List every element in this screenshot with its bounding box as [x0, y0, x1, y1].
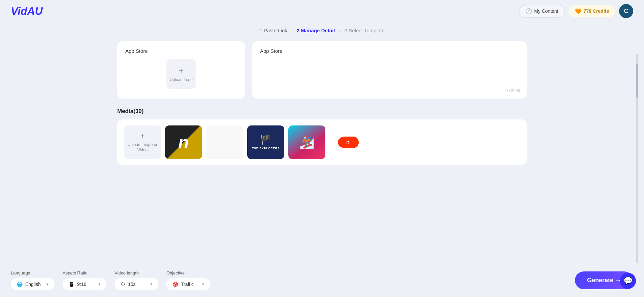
video-length-label: Video length — [115, 270, 158, 275]
right-card: App Store 9 / 3000 — [252, 41, 527, 99]
media-thumb-2[interactable] — [206, 125, 243, 159]
main-content: App Store + Upload Logo App Store 9 / 30… — [106, 41, 538, 165]
upload-media-label: Upload Image or Video — [124, 142, 161, 153]
video-length-chevron: ▾ — [150, 282, 152, 287]
objective-label: Objective — [166, 270, 210, 275]
language-chevron: ▾ — [46, 282, 49, 287]
objective-value: Traffic — [181, 282, 194, 287]
clock-icon: 🕐 — [525, 8, 532, 14]
objective-select[interactable]: 🎯 Traffic ▾ — [166, 278, 210, 290]
media-thumb-doordash[interactable]: D — [329, 125, 366, 159]
upload-logo-label: Upload Logo — [170, 77, 193, 82]
breadcrumb-step2: 2 Manage Detail — [297, 28, 335, 33]
plus-icon: + — [179, 66, 184, 75]
language-label: Language — [11, 270, 55, 275]
upload-plus-icon: + — [140, 132, 145, 140]
upload-logo-button[interactable]: + Upload Logo — [166, 59, 196, 89]
media-thumb-1[interactable]: n — [165, 125, 202, 159]
media-thumb-explorers[interactable]: 🏴 THE EXPLORERS — [247, 125, 284, 159]
left-card: App Store + Upload Logo — [117, 41, 245, 99]
heart-icon: 🧡 — [575, 8, 582, 14]
right-card-label: App Store — [260, 48, 519, 54]
video-length-select[interactable]: ⏱ 15s ▾ — [115, 278, 158, 290]
breadcrumb-step1: 1 Paste Link — [259, 28, 287, 33]
language-group: Language 🌐 English ▾ — [11, 270, 55, 290]
phone-icon: 📱 — [69, 282, 74, 287]
chat-bubble[interactable]: 💬 — [620, 273, 636, 289]
video-length-group: Video length ⏱ 15s ▾ — [115, 270, 158, 290]
breadcrumb-step3: 3 Select Template — [345, 28, 385, 33]
clock-icon: ⏱ — [121, 282, 125, 287]
page-scrollbar-thumb — [636, 64, 638, 98]
rn-letter: n — [178, 132, 189, 152]
header-right: 🕐 My Content 🧡 778 Credits C — [519, 4, 633, 18]
my-content-label: My Content — [534, 8, 558, 14]
credits-label: 778 Credits — [584, 8, 609, 14]
aspect-ratio-select[interactable]: 📱 9:16 ▾ — [63, 278, 106, 290]
breadcrumb-arrow-2: › — [339, 28, 340, 33]
language-value: English — [25, 282, 41, 287]
credits-button[interactable]: 🧡 778 Credits — [569, 5, 615, 17]
explorers-label: THE EXPLORERS — [252, 147, 280, 150]
doordash-logo-svg: D — [334, 134, 361, 151]
breadcrumb: 1 Paste Link › 2 Manage Detail › 3 Selec… — [0, 22, 644, 41]
media-title: Media(30) — [117, 108, 527, 115]
aspect-ratio-chevron: ▾ — [98, 282, 100, 287]
aspect-ratio-group: Aspect Ratio 📱 9:16 ▾ — [63, 270, 106, 290]
target-icon: 🎯 — [172, 282, 178, 287]
objective-group: Objective 🎯 Traffic ▾ — [166, 270, 210, 290]
media-card: + Upload Image or Video n 🏴 THE EXPLORER… — [117, 119, 527, 165]
header: VidAU 🕐 My Content 🧡 778 Credits C — [0, 0, 644, 22]
char-count: 9 / 3000 — [506, 88, 520, 93]
objective-chevron: ▾ — [202, 282, 204, 287]
media-thumb-sport[interactable]: 🏂 — [288, 125, 325, 159]
page-scrollbar[interactable] — [636, 54, 638, 263]
language-select[interactable]: 🌐 English ▾ — [11, 278, 55, 290]
upload-media-button[interactable]: + Upload Image or Video — [124, 125, 161, 159]
my-content-button[interactable]: 🕐 My Content — [519, 5, 565, 17]
avatar[interactable]: C — [619, 4, 633, 18]
left-card-label: App Store — [125, 48, 237, 54]
breadcrumb-arrow-1: › — [291, 28, 293, 33]
svg-text:D: D — [346, 140, 350, 145]
video-length-value: 15s — [128, 282, 136, 287]
globe-icon: 🌐 — [17, 282, 23, 287]
chat-icon: 💬 — [623, 276, 633, 285]
flag-icon: 🏴 — [260, 134, 272, 145]
logo: VidAU — [11, 5, 43, 17]
aspect-ratio-label: Aspect Ratio — [63, 270, 106, 275]
aspect-ratio-value: 9:16 — [77, 282, 86, 287]
app-store-row: App Store + Upload Logo App Store 9 / 30… — [117, 41, 527, 99]
generate-label: Generate → — [587, 277, 621, 284]
bottom-toolbar: Language 🌐 English ▾ Aspect Ratio 📱 9:16… — [0, 264, 644, 297]
media-section: Media(30) + Upload Image or Video n 🏴 TH… — [117, 108, 527, 165]
